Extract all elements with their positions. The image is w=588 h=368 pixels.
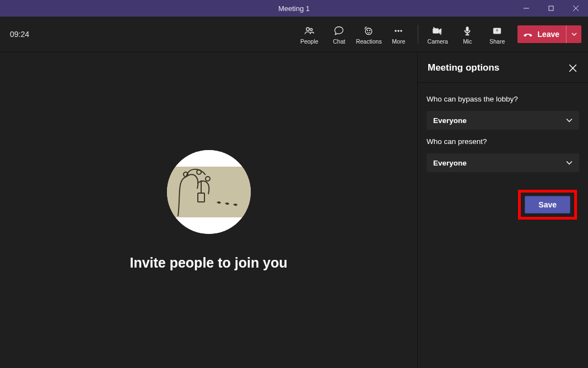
app-window: Meeting 1 09:24 People <box>0 0 588 368</box>
close-icon <box>569 65 576 72</box>
leave-split-button: Leave <box>517 25 581 43</box>
panel-close-button[interactable] <box>567 62 578 73</box>
who-can-present-label: Who can present? <box>427 137 579 146</box>
meeting-timer: 09:24 <box>10 30 29 39</box>
leave-button[interactable]: Leave <box>517 29 566 39</box>
avatar-image <box>167 150 251 234</box>
body: Invite people to join you Meeting option… <box>0 52 588 368</box>
svg-point-5 <box>310 29 312 31</box>
svg-point-7 <box>368 30 368 31</box>
save-button[interactable]: Save <box>525 196 570 214</box>
share-icon <box>482 24 512 38</box>
camera-label: Camera <box>428 38 448 45</box>
svg-rect-20 <box>167 217 251 234</box>
svg-point-6 <box>365 28 372 35</box>
chat-icon <box>324 24 354 38</box>
bypass-lobby-select[interactable]: Everyone <box>427 111 579 130</box>
people-icon <box>294 24 324 38</box>
who-can-present-select[interactable]: Everyone <box>427 153 579 172</box>
share-label: Share <box>489 38 505 45</box>
reactions-label: Reactions <box>356 38 382 45</box>
invite-message: Invite people to join you <box>130 255 287 271</box>
leave-label: Leave <box>537 30 559 39</box>
svg-rect-1 <box>549 6 553 10</box>
mic-label: Mic <box>463 38 472 45</box>
more-button[interactable]: More <box>384 17 413 52</box>
svg-point-8 <box>370 30 370 31</box>
close-icon <box>573 6 579 11</box>
chat-label: Chat <box>333 38 345 45</box>
svg-rect-13 <box>466 27 468 31</box>
who-can-present-value: Everyone <box>433 159 467 167</box>
titlebar: Meeting 1 <box>0 0 588 17</box>
meeting-stage: Invite people to join you <box>0 52 417 368</box>
save-highlight-box: Save <box>518 190 577 220</box>
chevron-down-icon <box>571 31 577 37</box>
maximize-icon <box>548 6 554 11</box>
maximize-button[interactable] <box>538 0 563 17</box>
svg-point-10 <box>398 30 400 32</box>
minimize-icon <box>524 6 529 11</box>
window-controls <box>514 0 588 17</box>
more-label: More <box>392 38 405 45</box>
people-label: People <box>300 38 319 45</box>
panel-header: Meeting options <box>418 52 588 83</box>
panel-body: Who can bypass the lobby? Everyone Who c… <box>418 83 588 232</box>
hangup-icon <box>523 29 533 39</box>
meeting-options-panel: Meeting options Who can bypass the lobby… <box>417 52 588 368</box>
svg-point-11 <box>401 30 402 32</box>
toolbar-separator <box>418 25 418 44</box>
more-icon <box>384 24 413 38</box>
svg-point-9 <box>395 30 397 32</box>
share-button[interactable]: Share <box>482 17 512 52</box>
bypass-lobby-value: Everyone <box>433 116 467 125</box>
mic-icon <box>452 24 482 38</box>
toolbar-actions: People Chat Reactions More <box>294 17 588 52</box>
people-button[interactable]: People <box>294 17 324 52</box>
window-title: Meeting 1 <box>278 4 310 13</box>
leave-caret-button[interactable] <box>566 25 581 43</box>
reactions-button[interactable]: Reactions <box>354 17 384 52</box>
save-row: Save <box>427 190 579 220</box>
bypass-lobby-label: Who can bypass the lobby? <box>427 95 579 103</box>
chevron-down-icon <box>566 159 573 166</box>
mic-button[interactable]: Mic <box>452 17 482 52</box>
chevron-down-icon <box>566 117 573 124</box>
camera-button[interactable]: Camera <box>423 17 452 52</box>
svg-rect-18 <box>167 150 251 167</box>
close-window-button[interactable] <box>563 0 588 17</box>
panel-title: Meeting options <box>428 62 499 73</box>
reactions-icon <box>354 24 384 38</box>
svg-point-4 <box>306 28 309 30</box>
camera-off-icon <box>423 24 452 38</box>
chat-button[interactable]: Chat <box>324 17 354 52</box>
leave-group: Leave <box>517 25 581 43</box>
svg-rect-15 <box>466 35 469 35</box>
meeting-toolbar: 09:24 People Chat Reactions <box>0 17 588 52</box>
self-avatar <box>167 150 251 234</box>
minimize-button[interactable] <box>514 0 538 17</box>
